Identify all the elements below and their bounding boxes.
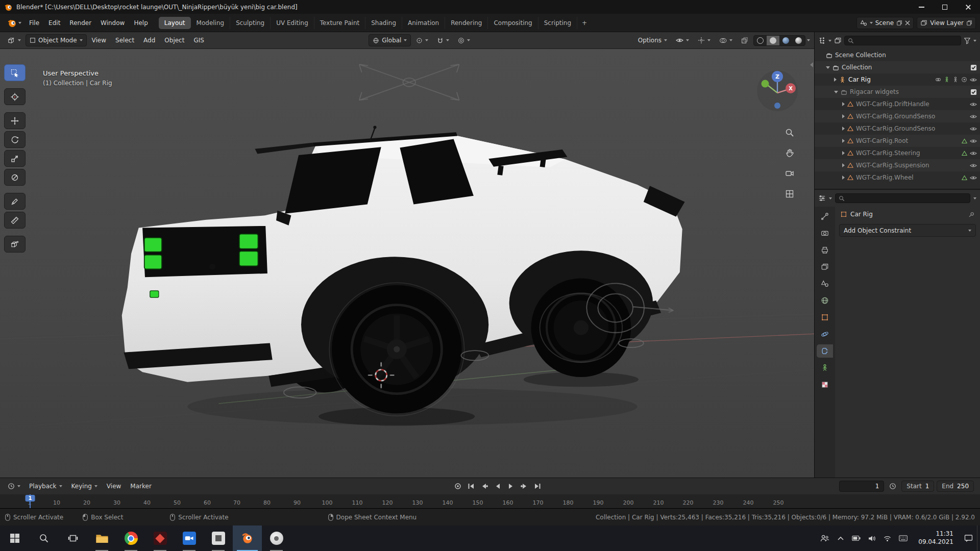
tab-tool[interactable] (817, 210, 833, 223)
jump-to-end-button[interactable] (531, 481, 544, 491)
tab-animation[interactable]: Animation (402, 17, 445, 29)
disclosure-triangle[interactable] (842, 127, 845, 131)
blender-menu-button[interactable] (4, 18, 24, 28)
frame-start-field[interactable]: Start1 (901, 481, 934, 492)
tab-uv-editing[interactable]: UV Editing (271, 17, 314, 29)
navigation-gizmo[interactable]: Z X (756, 69, 799, 112)
display-mode-icon[interactable] (834, 37, 842, 44)
disclosure-triangle[interactable] (834, 78, 837, 82)
scene-selector[interactable]: Scene (856, 17, 914, 29)
tool-rotate-button[interactable] (4, 131, 26, 148)
timeline-editor-type-button[interactable] (4, 481, 24, 492)
tool-scale-button[interactable] (4, 150, 26, 167)
new-view-layer-icon[interactable] (966, 20, 972, 26)
file-explorer-button[interactable] (87, 525, 116, 551)
disc-app-button[interactable] (262, 525, 291, 551)
menu-marker[interactable]: Marker (126, 481, 155, 492)
tab-view-layer[interactable] (817, 260, 833, 273)
tray-expand-chevron-icon[interactable] (837, 536, 844, 541)
people-icon[interactable] (820, 534, 829, 542)
outliner-row-wgt-suspension[interactable]: WGT-CarRig.Suspension (815, 159, 980, 171)
menu-window[interactable]: Window (96, 17, 129, 29)
outliner-row-collection[interactable]: Collection (815, 61, 980, 73)
tool-transform-button[interactable] (4, 169, 26, 186)
current-frame-field[interactable]: 1 (839, 481, 884, 492)
menu-edit[interactable]: Edit (44, 17, 65, 29)
chrome-button[interactable] (116, 525, 145, 551)
outliner-row-scene-collection[interactable]: Scene Collection (815, 49, 980, 61)
tool-select-box-button[interactable] (4, 64, 26, 81)
tab-render[interactable] (817, 227, 833, 240)
properties-search[interactable] (835, 193, 970, 203)
editor-type-button[interactable] (4, 35, 24, 46)
tool-cursor-button[interactable] (4, 88, 26, 105)
menu-keying[interactable]: Keying (67, 481, 102, 492)
shading-wireframe-button[interactable] (754, 36, 767, 45)
eye-icon[interactable] (970, 102, 977, 107)
tab-shading[interactable]: Shading (365, 17, 402, 29)
ortho-grid-icon[interactable] (783, 188, 796, 200)
pin-icon[interactable] (968, 211, 975, 218)
menu-render[interactable]: Render (65, 17, 96, 29)
mode-selector[interactable]: Object Mode (26, 34, 87, 46)
outliner-row-rigacar-widgets[interactable]: Rigacar widgets (815, 86, 980, 98)
checkbox-checked-icon[interactable] (970, 64, 977, 71)
eye-icon[interactable] (970, 175, 977, 181)
eye-icon[interactable] (970, 126, 977, 132)
menu-select[interactable]: Select (111, 34, 138, 46)
timeline-ruler[interactable]: 1 10 20 30 40 50 60 70 80 90 100 110 120… (0, 494, 980, 508)
next-keyframe-button[interactable] (518, 481, 530, 491)
notification-center-icon[interactable] (964, 534, 973, 542)
outliner-row-wgt-groundsensor-2[interactable]: WGT-CarRig.GroundSenso (815, 122, 980, 135)
eye-icon[interactable] (970, 77, 977, 83)
overlays-dropdown[interactable] (716, 35, 736, 46)
tool-measure-button[interactable] (4, 212, 26, 229)
menu-add[interactable]: Add (139, 34, 159, 46)
eye-icon[interactable] (970, 114, 977, 119)
disclosure-triangle[interactable] (842, 102, 845, 106)
menu-playback[interactable]: Playback (25, 481, 66, 492)
view-layer-selector[interactable]: View Layer (917, 17, 976, 29)
task-view-button[interactable] (58, 525, 87, 551)
object-type-visibility-dropdown[interactable] (672, 35, 693, 45)
camera-app-button[interactable] (175, 525, 204, 551)
blender-taskbar-button[interactable] (233, 525, 262, 551)
preview-range-toggle[interactable] (887, 481, 899, 491)
outliner-row-wgt-groundsensor-1[interactable]: WGT-CarRig.GroundSenso (815, 110, 980, 122)
jump-to-start-button[interactable] (465, 481, 477, 491)
show-desktop-button[interactable] (977, 525, 980, 551)
gray-app-button[interactable] (204, 525, 233, 551)
menu-view[interactable]: View (88, 34, 110, 46)
add-object-constraint-button[interactable]: Add Object Constraint (839, 224, 976, 237)
red-app-button[interactable] (145, 525, 175, 551)
tab-physics[interactable] (817, 328, 833, 341)
outliner-editor-icon[interactable] (818, 37, 826, 44)
tab-modeling[interactable]: Modeling (191, 17, 231, 29)
outliner-row-wgt-wheel[interactable]: WGT-CarRig.Wheel (815, 171, 980, 184)
disclosure-triangle[interactable] (842, 163, 845, 167)
network-icon[interactable] (884, 535, 891, 542)
tab-object-constraints[interactable] (817, 344, 833, 358)
properties-editor-icon[interactable] (818, 194, 826, 202)
tab-object[interactable] (817, 311, 833, 324)
outliner-row-car-rig[interactable]: Car Rig (815, 73, 980, 86)
shading-solid-button[interactable] (767, 36, 779, 45)
shading-material-button[interactable] (779, 36, 792, 45)
options-menu[interactable]: Options (634, 35, 671, 46)
speaker-icon[interactable] (868, 535, 876, 542)
menu-view[interactable]: View (103, 481, 125, 492)
start-button[interactable] (0, 525, 29, 551)
filter-icon[interactable] (964, 37, 971, 44)
disclosure-triangle[interactable] (842, 114, 845, 118)
disclosure-triangle[interactable] (834, 91, 838, 93)
keyboard-icon[interactable] (899, 535, 908, 541)
outliner-row-wgt-steering[interactable]: WGT-CarRig.Steering (815, 147, 980, 159)
shading-rendered-button[interactable] (792, 36, 805, 45)
disclosure-triangle[interactable] (842, 139, 845, 143)
disclosure-triangle[interactable] (826, 66, 830, 69)
prev-keyframe-button[interactable] (478, 481, 491, 491)
tab-object-data[interactable] (817, 361, 833, 374)
tool-annotate-button[interactable] (4, 193, 26, 210)
outliner-search[interactable] (844, 36, 961, 45)
tab-output[interactable] (817, 243, 833, 257)
